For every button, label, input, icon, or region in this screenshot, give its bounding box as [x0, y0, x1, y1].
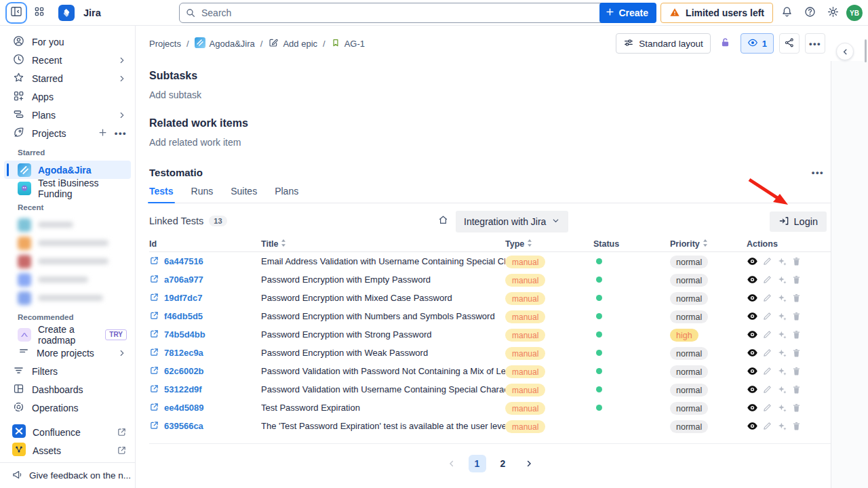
test-id-link[interactable]: 6a447516: [164, 256, 203, 266]
edit-test-icon[interactable]: [762, 403, 772, 413]
test-id-link[interactable]: 639566ca: [164, 421, 203, 431]
create-button[interactable]: Create: [599, 3, 656, 23]
test-id-link[interactable]: 19df7dc7: [164, 293, 202, 303]
edit-test-icon[interactable]: [762, 421, 772, 431]
tab-tests[interactable]: Tests: [149, 186, 174, 203]
edit-test-icon[interactable]: [762, 293, 772, 303]
breadcrumb-project[interactable]: Agoda&Jira: [195, 37, 255, 50]
sidebar-item-recent[interactable]: Recent: [0, 51, 135, 69]
sidebar-item-filters[interactable]: Filters: [0, 362, 135, 380]
view-test-icon[interactable]: [747, 347, 758, 359]
sidebar-item-operations[interactable]: Operations: [0, 399, 135, 417]
view-test-icon[interactable]: [747, 365, 758, 377]
collapse-panel-button[interactable]: [836, 43, 854, 60]
view-test-icon[interactable]: [747, 329, 758, 340]
more-actions-button[interactable]: •••: [805, 33, 825, 54]
next-page-button[interactable]: [520, 455, 538, 472]
ai-generate-icon[interactable]: [776, 403, 787, 413]
recent-project-blurred[interactable]: [0, 252, 135, 270]
delete-test-icon[interactable]: [791, 421, 802, 431]
page-2-button[interactable]: 2: [494, 455, 512, 472]
search-input[interactable]: [179, 3, 624, 23]
app-switcher-button[interactable]: [30, 3, 49, 22]
delete-test-icon[interactable]: [791, 329, 802, 340]
sidebar-item-create-roadmap[interactable]: Create a roadmap TRY: [0, 325, 135, 344]
login-button[interactable]: Login: [770, 211, 827, 232]
ai-generate-icon[interactable]: [776, 311, 787, 322]
breadcrumb-add-epic[interactable]: Add epic: [268, 37, 317, 50]
help-button[interactable]: [800, 3, 819, 22]
notifications-button[interactable]: [777, 3, 796, 22]
edit-test-icon[interactable]: [762, 384, 772, 394]
column-header-status[interactable]: Status: [593, 239, 670, 249]
test-id-link[interactable]: 53122d9f: [164, 384, 202, 394]
view-test-icon[interactable]: [747, 420, 758, 432]
sidebar-item-plans[interactable]: Plans: [0, 106, 135, 124]
view-test-icon[interactable]: [747, 274, 758, 285]
edit-test-icon[interactable]: [762, 274, 772, 285]
ai-generate-icon[interactable]: [776, 348, 787, 359]
test-id-link[interactable]: 7812ec9a: [164, 348, 203, 358]
ai-generate-icon[interactable]: [776, 384, 787, 395]
share-button[interactable]: [779, 33, 800, 54]
delete-test-icon[interactable]: [791, 348, 802, 358]
breadcrumb-projects[interactable]: Projects: [149, 39, 181, 49]
unlock-button[interactable]: [716, 34, 735, 53]
sidebar-item-for-you[interactable]: For you: [0, 33, 135, 51]
edit-test-icon[interactable]: [762, 256, 772, 266]
delete-test-icon[interactable]: [791, 293, 802, 303]
breadcrumb-issue[interactable]: AG-1: [331, 38, 365, 49]
delete-test-icon[interactable]: [791, 274, 802, 285]
test-id-link[interactable]: a706a977: [164, 274, 203, 285]
column-header-id[interactable]: Id: [149, 239, 261, 249]
sidebar-project-test-ibusiness[interactable]: Test iBusiness Funding: [0, 179, 135, 197]
delete-test-icon[interactable]: [791, 311, 802, 321]
tab-plans[interactable]: Plans: [275, 186, 298, 203]
ai-generate-icon[interactable]: [776, 329, 787, 340]
test-id-link[interactable]: ee4d5089: [164, 403, 204, 413]
recent-project-blurred[interactable]: [0, 216, 135, 234]
add-project-icon[interactable]: [98, 127, 108, 140]
scrollbar-thumb[interactable]: [865, 39, 867, 62]
avatar[interactable]: YB: [846, 5, 863, 21]
sidebar-item-starred[interactable]: Starred: [0, 69, 135, 87]
view-test-icon[interactable]: [747, 402, 758, 413]
sidebar-item-confluence[interactable]: Confluence: [0, 423, 135, 441]
delete-test-icon[interactable]: [791, 384, 802, 394]
view-test-icon[interactable]: [747, 256, 758, 267]
ai-generate-icon[interactable]: [776, 256, 787, 267]
project-dropdown[interactable]: Integration with Jira: [456, 211, 568, 232]
layout-button[interactable]: Standard layout: [616, 33, 711, 54]
watchers-button[interactable]: 1: [741, 33, 774, 54]
test-id-link[interactable]: 62c6002b: [164, 366, 204, 376]
view-test-icon[interactable]: [747, 384, 758, 395]
column-header-type[interactable]: Type: [505, 239, 593, 249]
delete-test-icon[interactable]: [791, 256, 802, 266]
recent-project-blurred[interactable]: [0, 270, 135, 289]
column-header-priority[interactable]: Priority: [670, 239, 747, 249]
delete-test-icon[interactable]: [791, 366, 802, 376]
sidebar-toggle-button[interactable]: [7, 3, 26, 22]
test-id-link[interactable]: 74b5d4bb: [164, 329, 205, 340]
tab-runs[interactable]: Runs: [191, 186, 214, 203]
jira-logo-icon[interactable]: [58, 5, 75, 21]
view-test-icon[interactable]: [747, 292, 758, 304]
sidebar-item-apps[interactable]: Apps: [0, 87, 135, 106]
prev-page-button[interactable]: [443, 455, 460, 472]
settings-button[interactable]: [823, 3, 842, 22]
limited-users-button[interactable]: Limited users left: [660, 3, 773, 23]
recent-project-blurred[interactable]: [0, 234, 135, 252]
edit-test-icon[interactable]: [762, 366, 772, 376]
add-related-work-item-button[interactable]: Add related work item: [149, 137, 831, 148]
ai-generate-icon[interactable]: [776, 366, 787, 377]
sidebar-project-agoda-jira[interactable]: Agoda&Jira: [4, 161, 131, 179]
view-test-icon[interactable]: [747, 310, 758, 322]
edit-test-icon[interactable]: [762, 348, 772, 358]
testomatio-more-icon[interactable]: •••: [812, 167, 824, 178]
page-1-button[interactable]: 1: [469, 455, 486, 472]
edit-test-icon[interactable]: [762, 329, 772, 340]
column-header-title[interactable]: Title: [261, 239, 505, 249]
projects-more-icon[interactable]: •••: [115, 128, 127, 138]
ai-generate-icon[interactable]: [776, 274, 787, 285]
delete-test-icon[interactable]: [791, 403, 802, 413]
